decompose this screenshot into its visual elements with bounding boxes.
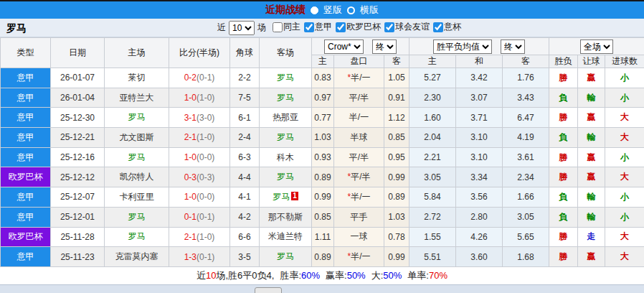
away-team-cell: 罗马: [260, 128, 312, 148]
handicap-result-cell: 贏: [578, 68, 605, 88]
handicap-result-cell: 贏: [578, 108, 605, 128]
result-cell: 勝: [549, 247, 578, 267]
match-scope-select[interactable]: 全场: [580, 39, 613, 54]
avg-home-cell: 2.30: [409, 88, 456, 108]
filter-controls: 近 10 场 同主意甲欧罗巴杯球会友谊意杯: [217, 19, 461, 37]
league-cell: 意甲: [1, 187, 51, 208]
filter-checkbox-3[interactable]: 球会友谊: [384, 21, 430, 33]
filter-checkbox-1[interactable]: 意甲: [304, 21, 332, 33]
league-cell: 意甲: [1, 147, 51, 167]
result-cell: 勝: [549, 108, 578, 128]
bookmaker-select[interactable]: Crow*: [324, 39, 364, 54]
filter-checkbox-4[interactable]: 意杯: [433, 21, 461, 33]
odds-home-cell: 0.83: [312, 68, 334, 88]
filter-checkbox-2[interactable]: 欧罗巴杯: [336, 21, 381, 33]
avg-home-cell: 2.72: [409, 207, 456, 227]
home-team-cell: 尤文图斯: [105, 128, 169, 148]
handicap-cell: *半/一: [334, 187, 384, 208]
red-card-badge: 1: [291, 192, 298, 200]
odds-away-cell: 0.78: [384, 227, 409, 247]
filter-checkbox-input-2[interactable]: [336, 22, 346, 32]
avg-away-cell: 1.68: [503, 247, 549, 267]
next-section-peek: [255, 287, 282, 293]
score-cell: 0-2(0-1): [169, 68, 230, 88]
filter-checkbox-label: 欧罗巴杯: [346, 21, 381, 33]
goals-cell: 大: [605, 108, 644, 128]
col-header-score: 比分(半场): [169, 38, 230, 68]
col-header-away: 客场: [260, 38, 312, 68]
date-cell: 25-12-16: [51, 147, 105, 167]
date-cell: 26-01-07: [51, 68, 105, 88]
odds-away-cell: 0.85: [384, 128, 409, 148]
avg-type-select[interactable]: 胜平负均值: [433, 39, 492, 54]
sub-header-goals: 进球数: [605, 55, 644, 68]
sub-header-handicap-result: 让球: [578, 55, 605, 68]
sub-header-odds-home: 主: [312, 55, 334, 68]
avg-draw-cell: 3.60: [456, 247, 503, 267]
avg-away-cell: 2.34: [503, 167, 549, 187]
away-team-cell: 罗马: [260, 68, 312, 88]
handicap-result-cell: 輸: [578, 128, 605, 148]
odds-header-group: Crow* 终: [312, 38, 409, 55]
avg-draw-cell: 3.71: [456, 108, 503, 128]
odds-home-cell: 0.85: [312, 207, 334, 227]
handicap-result-cell: 贏: [578, 247, 605, 267]
filter-checkbox-input-3[interactable]: [384, 22, 394, 32]
handicap-cell: *半/一: [334, 247, 384, 267]
handicap-result-cell: 輸: [578, 187, 605, 208]
table-row: 欧罗巴杯25-12-12凯尔特人0-3(0-3)4-4罗马0.89*平/半0.9…: [1, 167, 644, 187]
handicap-cell: *平/半: [334, 167, 384, 187]
table-row: 意甲26-01-04亚特兰大1-0(1-0)7-5罗马0.97平/半0.912.…: [1, 88, 644, 108]
result-cell: 負: [549, 88, 578, 108]
goals-cell: 小: [605, 187, 644, 208]
filter-checkbox-0[interactable]: 同主: [273, 21, 300, 33]
goals-cell: 小: [605, 207, 644, 227]
table-row: 意甲26-01-07莱切0-2(0-1)2-2罗马0.83*半/一1.055.2…: [1, 68, 644, 88]
summary-handicap-rate: 50%: [347, 270, 366, 281]
date-cell: 26-01-04: [51, 88, 105, 108]
league-filter-group: 同主意甲欧罗巴杯球会友谊意杯: [269, 21, 461, 34]
odds-away-cell: 0.99: [384, 247, 409, 267]
date-cell: 25-12-21: [51, 128, 105, 148]
home-team-cell: 罗马: [105, 227, 169, 247]
horizontal-layout-label[interactable]: 横版: [360, 4, 379, 17]
goals-cell: 大: [605, 247, 644, 267]
avg-draw-cell: 4.26: [456, 227, 503, 247]
sub-header-avg-draw: 和: [456, 55, 503, 68]
score-cell: 0-1(0-1): [169, 207, 230, 227]
avg-away-cell: 1.66: [503, 187, 549, 208]
filter-checkbox-label: 意杯: [444, 21, 461, 33]
handicap-cell: 平/半: [334, 88, 384, 108]
result-cell: 負: [549, 187, 578, 208]
result-cell: 負: [549, 128, 578, 148]
date-cell: 25-12-12: [51, 167, 105, 187]
scope-header-group: 全场: [549, 38, 644, 55]
col-header-date: 日期: [51, 38, 105, 68]
match-count-select[interactable]: 10: [229, 21, 255, 35]
vertical-layout-label[interactable]: 竖版: [323, 4, 342, 17]
away-team-cell: 罗马1: [260, 187, 312, 208]
avg-away-cell: 1.76: [503, 68, 549, 88]
home-team-cell: 亚特兰大: [105, 88, 169, 108]
avg-home-cell: 1.55: [409, 227, 456, 247]
filter-checkbox-input-4[interactable]: [433, 22, 443, 32]
odds-time-select[interactable]: 终: [372, 39, 397, 54]
avg-time-select[interactable]: 终: [501, 39, 525, 54]
result-cell: 勝: [549, 68, 578, 88]
sub-header-avg-away: 客: [503, 55, 549, 68]
page-title: 近期战绩: [265, 4, 306, 17]
odds-home-cell: 1.11: [312, 227, 334, 247]
col-header-corner: 角球: [230, 38, 260, 68]
score-cell: 1-0(1-0): [169, 88, 230, 108]
avg-away-cell: 6.47: [503, 108, 549, 128]
score-cell: 2-1(1-0): [169, 128, 230, 148]
vertical-layout-radio[interactable]: [311, 6, 318, 14]
horizontal-layout-radio[interactable]: [347, 6, 355, 14]
filter-checkbox-input-0[interactable]: [273, 22, 283, 32]
goals-cell: 大: [605, 128, 644, 148]
near-label: 近: [217, 22, 226, 34]
odds-away-cell: 0.95: [384, 147, 409, 167]
sub-header-odds-away: 客: [384, 55, 409, 68]
filter-checkbox-input-1[interactable]: [304, 22, 314, 32]
summary-win-rate-label: 胜率:: [280, 269, 301, 282]
